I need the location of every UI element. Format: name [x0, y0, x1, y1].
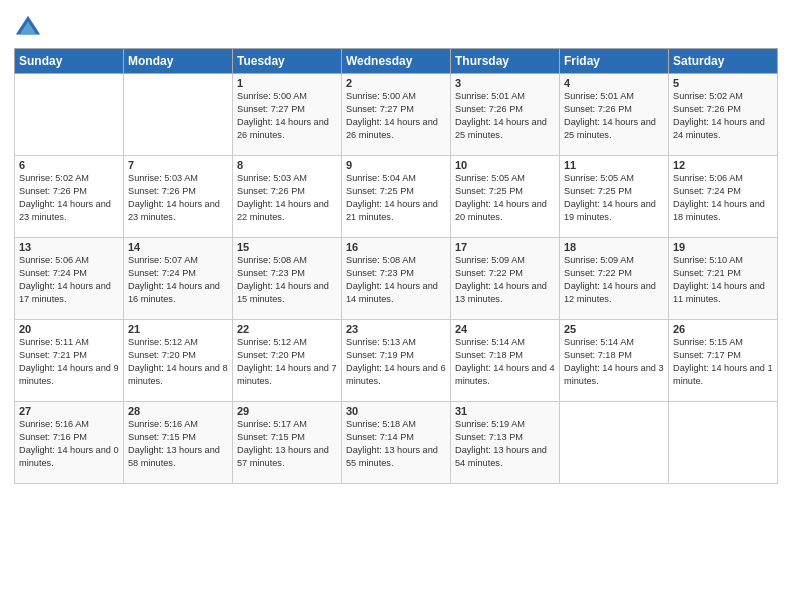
logo-icon [14, 14, 42, 42]
calendar-cell [15, 74, 124, 156]
day-info: Sunrise: 5:06 AM [19, 254, 119, 267]
day-info: Sunrise: 5:09 AM [564, 254, 664, 267]
day-info: Daylight: 14 hours and 1 minute. [673, 362, 773, 388]
day-info: Daylight: 14 hours and 13 minutes. [455, 280, 555, 306]
day-number: 26 [673, 323, 773, 335]
day-info: Daylight: 14 hours and 12 minutes. [564, 280, 664, 306]
day-info: Sunrise: 5:08 AM [346, 254, 446, 267]
day-info: Sunrise: 5:14 AM [564, 336, 664, 349]
day-info: Sunset: 7:20 PM [237, 349, 337, 362]
calendar-cell: 27Sunrise: 5:16 AMSunset: 7:16 PMDayligh… [15, 402, 124, 484]
day-number: 16 [346, 241, 446, 253]
day-info: Daylight: 14 hours and 17 minutes. [19, 280, 119, 306]
day-info: Daylight: 14 hours and 11 minutes. [673, 280, 773, 306]
day-number: 18 [564, 241, 664, 253]
day-info: Sunrise: 5:02 AM [19, 172, 119, 185]
calendar-cell: 8Sunrise: 5:03 AMSunset: 7:26 PMDaylight… [233, 156, 342, 238]
col-header-monday: Monday [124, 49, 233, 74]
page-container: SundayMondayTuesdayWednesdayThursdayFrid… [0, 0, 792, 494]
day-info: Sunrise: 5:13 AM [346, 336, 446, 349]
calendar-cell: 31Sunrise: 5:19 AMSunset: 7:13 PMDayligh… [451, 402, 560, 484]
day-info: Sunrise: 5:15 AM [673, 336, 773, 349]
col-header-sunday: Sunday [15, 49, 124, 74]
day-info: Sunrise: 5:18 AM [346, 418, 446, 431]
calendar-cell: 7Sunrise: 5:03 AMSunset: 7:26 PMDaylight… [124, 156, 233, 238]
calendar-cell: 5Sunrise: 5:02 AMSunset: 7:26 PMDaylight… [669, 74, 778, 156]
day-info: Sunrise: 5:05 AM [564, 172, 664, 185]
day-info: Sunset: 7:22 PM [564, 267, 664, 280]
day-info: Daylight: 14 hours and 6 minutes. [346, 362, 446, 388]
calendar-cell: 16Sunrise: 5:08 AMSunset: 7:23 PMDayligh… [342, 238, 451, 320]
day-number: 7 [128, 159, 228, 171]
day-info: Sunset: 7:23 PM [346, 267, 446, 280]
day-info: Sunrise: 5:03 AM [128, 172, 228, 185]
day-info: Daylight: 14 hours and 26 minutes. [346, 116, 446, 142]
day-info: Sunrise: 5:19 AM [455, 418, 555, 431]
day-info: Sunrise: 5:05 AM [455, 172, 555, 185]
day-info: Daylight: 14 hours and 20 minutes. [455, 198, 555, 224]
calendar-cell: 10Sunrise: 5:05 AMSunset: 7:25 PMDayligh… [451, 156, 560, 238]
calendar-cell: 17Sunrise: 5:09 AMSunset: 7:22 PMDayligh… [451, 238, 560, 320]
col-header-thursday: Thursday [451, 49, 560, 74]
day-info: Sunrise: 5:02 AM [673, 90, 773, 103]
day-info: Sunset: 7:18 PM [564, 349, 664, 362]
day-info: Daylight: 13 hours and 55 minutes. [346, 444, 446, 470]
day-number: 29 [237, 405, 337, 417]
day-info: Sunrise: 5:07 AM [128, 254, 228, 267]
day-number: 25 [564, 323, 664, 335]
day-number: 2 [346, 77, 446, 89]
day-number: 31 [455, 405, 555, 417]
day-info: Sunrise: 5:03 AM [237, 172, 337, 185]
calendar-cell: 15Sunrise: 5:08 AMSunset: 7:23 PMDayligh… [233, 238, 342, 320]
day-info: Daylight: 14 hours and 25 minutes. [564, 116, 664, 142]
day-number: 3 [455, 77, 555, 89]
day-number: 30 [346, 405, 446, 417]
calendar-cell: 30Sunrise: 5:18 AMSunset: 7:14 PMDayligh… [342, 402, 451, 484]
calendar-cell: 20Sunrise: 5:11 AMSunset: 7:21 PMDayligh… [15, 320, 124, 402]
day-info: Sunset: 7:24 PM [128, 267, 228, 280]
calendar-cell: 1Sunrise: 5:00 AMSunset: 7:27 PMDaylight… [233, 74, 342, 156]
calendar-week-5: 27Sunrise: 5:16 AMSunset: 7:16 PMDayligh… [15, 402, 778, 484]
day-info: Sunrise: 5:10 AM [673, 254, 773, 267]
calendar-cell [669, 402, 778, 484]
calendar-cell: 23Sunrise: 5:13 AMSunset: 7:19 PMDayligh… [342, 320, 451, 402]
calendar-cell: 14Sunrise: 5:07 AMSunset: 7:24 PMDayligh… [124, 238, 233, 320]
day-info: Daylight: 13 hours and 54 minutes. [455, 444, 555, 470]
day-number: 9 [346, 159, 446, 171]
calendar-cell: 21Sunrise: 5:12 AMSunset: 7:20 PMDayligh… [124, 320, 233, 402]
day-number: 19 [673, 241, 773, 253]
day-info: Daylight: 14 hours and 26 minutes. [237, 116, 337, 142]
day-info: Daylight: 13 hours and 58 minutes. [128, 444, 228, 470]
day-info: Sunset: 7:19 PM [346, 349, 446, 362]
calendar-week-4: 20Sunrise: 5:11 AMSunset: 7:21 PMDayligh… [15, 320, 778, 402]
calendar-cell: 9Sunrise: 5:04 AMSunset: 7:25 PMDaylight… [342, 156, 451, 238]
day-number: 21 [128, 323, 228, 335]
calendar-cell [560, 402, 669, 484]
calendar-cell [124, 74, 233, 156]
day-number: 15 [237, 241, 337, 253]
day-info: Sunset: 7:27 PM [237, 103, 337, 116]
day-info: Sunset: 7:21 PM [19, 349, 119, 362]
day-number: 23 [346, 323, 446, 335]
day-info: Sunrise: 5:09 AM [455, 254, 555, 267]
day-info: Sunrise: 5:04 AM [346, 172, 446, 185]
calendar-week-3: 13Sunrise: 5:06 AMSunset: 7:24 PMDayligh… [15, 238, 778, 320]
day-info: Daylight: 14 hours and 22 minutes. [237, 198, 337, 224]
day-info: Sunrise: 5:17 AM [237, 418, 337, 431]
day-info: Daylight: 14 hours and 21 minutes. [346, 198, 446, 224]
day-info: Sunset: 7:15 PM [128, 431, 228, 444]
day-number: 22 [237, 323, 337, 335]
header [14, 10, 778, 42]
calendar-cell: 25Sunrise: 5:14 AMSunset: 7:18 PMDayligh… [560, 320, 669, 402]
day-number: 11 [564, 159, 664, 171]
day-info: Sunrise: 5:14 AM [455, 336, 555, 349]
day-info: Daylight: 13 hours and 57 minutes. [237, 444, 337, 470]
day-info: Sunset: 7:24 PM [19, 267, 119, 280]
day-info: Sunset: 7:16 PM [19, 431, 119, 444]
day-number: 10 [455, 159, 555, 171]
day-info: Sunset: 7:26 PM [673, 103, 773, 116]
day-info: Sunset: 7:23 PM [237, 267, 337, 280]
day-info: Sunset: 7:21 PM [673, 267, 773, 280]
day-info: Sunrise: 5:00 AM [346, 90, 446, 103]
day-info: Sunset: 7:27 PM [346, 103, 446, 116]
